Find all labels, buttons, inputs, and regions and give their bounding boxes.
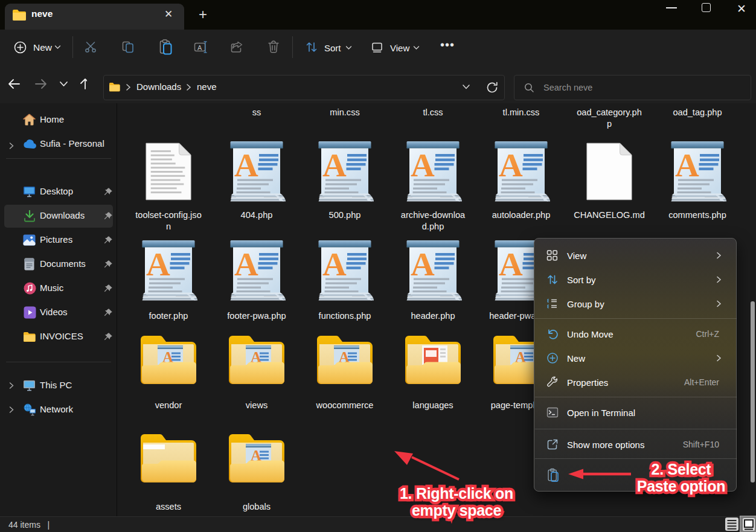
- svg-text:A: A: [197, 44, 202, 51]
